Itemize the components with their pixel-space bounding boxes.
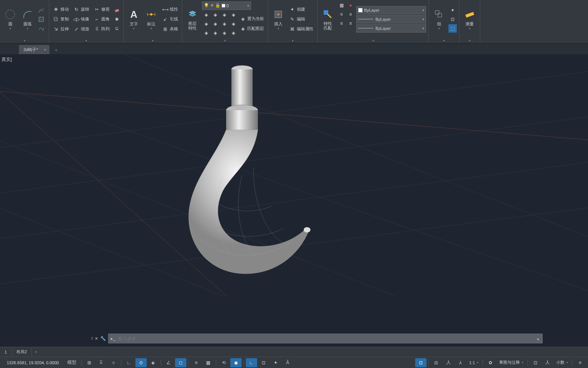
dim-button[interactable]: 标注▾ [143, 1, 159, 37]
group-ic1[interactable]: ✦ [448, 6, 457, 14]
cmd-drag-handle[interactable]: ⠿ [91, 337, 93, 341]
otrack-toggle[interactable]: ∠ [163, 358, 174, 367]
array-button[interactable]: ⠿阵列 [92, 25, 111, 34]
layer-ic1[interactable]: ◈ [202, 11, 210, 19]
snap-toggle[interactable]: ⠿ [96, 358, 107, 367]
scale-dropdown[interactable]: 1:1 [467, 358, 481, 367]
layer-ic12[interactable]: ◈ [229, 29, 237, 37]
table-button[interactable]: ⊞表格 [161, 25, 180, 34]
layerprops-button[interactable]: 图层 特性 [185, 1, 200, 37]
layout-tab-1[interactable]: 1 [0, 348, 12, 356]
prop-ic4[interactable]: ≡ [346, 10, 355, 19]
layer-dropdown[interactable]: 💡 ☀ 🔓 0 [202, 2, 251, 10]
gear-icon[interactable]: ✿ [485, 358, 496, 367]
offset-icon[interactable]: ⊆ [113, 24, 121, 33]
text-button[interactable]: A 文字▾ [126, 1, 142, 37]
cmd-customize-icon[interactable]: 🔧 [100, 336, 106, 341]
circle-button[interactable]: 圆 ▾ [2, 1, 18, 37]
qp-toggle[interactable]: ⊡ [415, 358, 427, 367]
hatch-icon[interactable] [37, 15, 45, 23]
layout-tab-2[interactable]: 布局2 [12, 348, 32, 356]
anno-scale-icon[interactable]: ⚖ [431, 358, 442, 367]
layer-ic9[interactable]: ◈ [202, 29, 210, 37]
linetype-dropdown[interactable]: ByLayer [356, 24, 426, 33]
prop-ic2[interactable]: ● [346, 1, 355, 9]
create-block-button[interactable]: ✦创建 [288, 5, 315, 14]
trim-button[interactable]: ✂修剪 [92, 5, 111, 14]
rotate-button[interactable]: ↻旋转 [72, 5, 91, 14]
arc-button[interactable]: 圆弧 ▾ [20, 1, 36, 37]
coordinates[interactable]: 1326.6581, 19.9204, 0.0000 [2, 360, 64, 365]
lw-toggle[interactable]: ≡ [191, 358, 202, 367]
panel-props-label[interactable] [320, 37, 426, 43]
group-ic2[interactable]: ⊡ [448, 15, 457, 23]
measure-button[interactable]: 测量▾ [462, 1, 478, 37]
edit-attr-button[interactable]: ⌘编辑属性 [288, 25, 315, 34]
cmd-close[interactable]: × [95, 335, 98, 341]
stretch-button[interactable]: ⇲拉伸 [51, 25, 70, 34]
prop-ic3[interactable]: ≡ [337, 10, 346, 19]
model-button[interactable]: 模型 [64, 358, 79, 367]
prop-ic1[interactable]: ▦ [337, 1, 346, 9]
layout-add[interactable]: + [32, 349, 40, 355]
scale-button[interactable]: ⤢缩放 [72, 25, 91, 34]
layer-ic2[interactable]: ◈ [211, 11, 219, 19]
lineweight-dropdown[interactable]: ByLayer [356, 15, 426, 23]
viewport[interactable]: 真实] [0, 54, 588, 296]
ann-toggle[interactable]: Ă [282, 358, 293, 367]
prop-ic5[interactable]: ≡ [337, 19, 346, 28]
layer-ic7[interactable]: ◈ [220, 20, 228, 28]
tab-add[interactable]: + [52, 47, 61, 54]
layer-ic8[interactable]: ◈ [229, 20, 237, 28]
move-button[interactable]: ✥移动 [51, 5, 70, 14]
layer-ic5[interactable]: ◈ [202, 20, 210, 28]
polyline-icon[interactable] [37, 6, 45, 14]
units-dropdown[interactable]: 小数 [554, 358, 570, 367]
osnap-toggle[interactable]: ◻ [175, 358, 186, 367]
transp-toggle[interactable]: ▦ [203, 358, 214, 367]
match-layer-button[interactable]: ◈匹配图层 [238, 24, 265, 33]
document-tab[interactable]: 3d钩子* × [19, 45, 50, 54]
spline-icon[interactable] [37, 24, 45, 33]
group-button[interactable]: 组▾ [431, 1, 447, 37]
mirror-button[interactable]: ◁▷镜像 [72, 15, 91, 24]
prop-ic6[interactable]: ≡ [346, 19, 355, 28]
panel-layer-label[interactable] [185, 37, 265, 43]
layer-ic3[interactable]: ◈ [220, 11, 228, 19]
panel-modify-label[interactable] [51, 37, 121, 43]
layer-ic4[interactable]: ◈ [229, 11, 237, 19]
cycle-toggle[interactable]: ⟲ [218, 358, 230, 367]
group-ic3[interactable]: ⬚ [448, 24, 457, 33]
erase-icon[interactable] [113, 6, 121, 14]
anno-auto-icon[interactable]: ⅄ [455, 358, 466, 367]
ortho-toggle[interactable]: ∟ [123, 358, 135, 367]
polar-toggle[interactable]: ⊙ [135, 358, 147, 367]
iso-toggle[interactable]: ◈ [147, 358, 159, 367]
layer-ic11[interactable]: ◈ [220, 29, 228, 37]
insert-button[interactable]: 插入▾ [270, 1, 286, 37]
gizmo-toggle[interactable]: ✦ [270, 358, 281, 367]
explode-icon[interactable]: ✱ [113, 15, 121, 23]
make-current-button[interactable]: ◈置为当前 [238, 14, 265, 23]
ducs-toggle[interactable]: ∟ [246, 358, 257, 367]
layer-ic10[interactable]: ◈ [211, 29, 219, 37]
copy-button[interactable]: ⿻复制 [51, 15, 70, 24]
monitor-icon[interactable]: ⊡ [530, 358, 541, 367]
customize-statusbar[interactable]: ≡ [574, 358, 586, 367]
panel-group-label[interactable] [431, 37, 457, 43]
linear-button[interactable]: ⟷线性 [161, 5, 180, 14]
3dosnap-toggle[interactable]: ◉ [230, 358, 242, 367]
cmd-history-up[interactable]: ▲ [536, 337, 540, 341]
sc-toggle[interactable]: ⊡ [258, 358, 269, 367]
panel-draw-label[interactable] [2, 37, 47, 43]
color-dropdown[interactable]: ByLayer [356, 6, 426, 14]
person-icon[interactable]: 人 [542, 358, 553, 367]
panel-block-label[interactable] [270, 37, 315, 43]
edit-block-button[interactable]: ✎编辑 [288, 15, 315, 24]
panel-util-label[interactable] [462, 37, 478, 43]
infer-toggle[interactable]: ⊹ [108, 358, 119, 367]
command-input[interactable] [118, 336, 540, 341]
tab-close[interactable]: × [44, 47, 46, 52]
leader-button[interactable]: ↙引线 [161, 15, 180, 24]
grid-toggle[interactable]: ⊞ [84, 358, 95, 367]
